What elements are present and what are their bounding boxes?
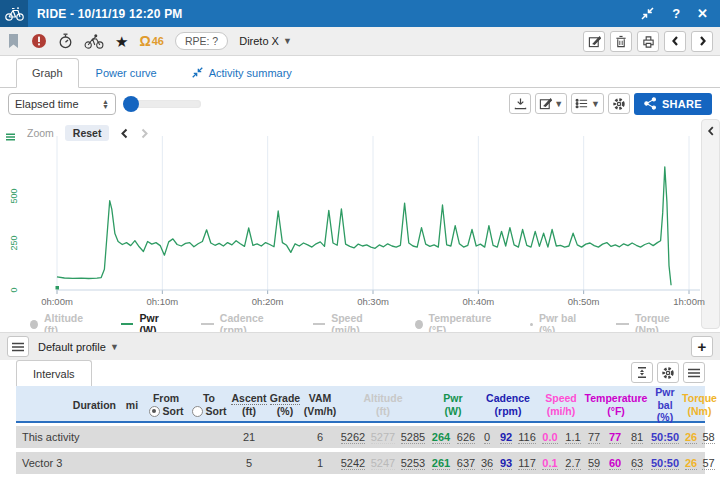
cell-cad-min: 0 xyxy=(484,431,490,444)
col-from: From Sort xyxy=(144,392,188,417)
cell-tq-max: 57 xyxy=(702,457,714,470)
star-icon[interactable]: ★ xyxy=(115,34,128,49)
tab-intervals[interactable]: Intervals xyxy=(16,360,92,386)
row-label: Vector 3 xyxy=(16,457,120,469)
intervals-table-header: Duration mi From Sort To Sort Ascent(ft)… xyxy=(16,386,705,423)
dot-marker-icon xyxy=(30,320,38,329)
col-torque[interactable]: Torque(Nm) xyxy=(682,392,717,417)
table-row-vector-3[interactable]: Vector 3 5 1 5242 5247 5253 261 637 36 9… xyxy=(16,452,705,474)
chevron-down-icon: ▼ xyxy=(283,36,292,46)
x-axis-select[interactable]: Elapsed time ▲▼ xyxy=(8,93,116,115)
alert-icon[interactable] xyxy=(31,33,47,49)
col-grade[interactable]: Grade(%) xyxy=(268,392,302,418)
cell-cad-max: 117 xyxy=(518,457,536,470)
cell-alt-min: 5262 xyxy=(341,431,365,444)
tab-activity-summary[interactable]: Activity summary xyxy=(191,66,292,87)
previous-activity-button[interactable] xyxy=(664,31,686,52)
view-tabs: Graph Power curve Activity summary xyxy=(0,56,720,88)
table-menu-button[interactable] xyxy=(683,362,705,383)
next-activity-button[interactable] xyxy=(691,31,713,52)
power-chart-panel: Zoom Reset 0250500 0h:00m0h:10m0h:20m0h:… xyxy=(0,118,720,332)
tab-graph[interactable]: Graph xyxy=(16,58,79,88)
cell-pwr-max: 626 xyxy=(457,431,475,444)
table-settings-button[interactable] xyxy=(657,362,679,383)
data-series-dropdown[interactable]: ▼ xyxy=(571,93,604,114)
chart-settings-button[interactable] xyxy=(608,93,630,114)
cell-pwr-bal: 50:50 xyxy=(651,457,679,470)
achievements-badge[interactable]: Ω 46 xyxy=(139,34,163,48)
chevron-down-icon: ▼ xyxy=(591,99,600,109)
power-line-chart[interactable] xyxy=(0,124,700,296)
download-button[interactable] xyxy=(509,93,531,114)
col-altitude[interactable]: Altitude(ft) xyxy=(338,392,428,417)
cell-tq-avg: 26 xyxy=(685,431,697,444)
smoothing-slider[interactable] xyxy=(125,100,201,108)
device-selector[interactable]: Direto X ▼ xyxy=(239,35,292,47)
x-axis-select-value: Elapsed time xyxy=(15,98,79,110)
tab-power-curve[interactable]: Power curve xyxy=(96,67,157,87)
col-to: To Sort xyxy=(188,392,230,417)
cell-cad-avg: 92 xyxy=(500,431,512,444)
cell-spd-avg: 0.1 xyxy=(542,457,557,470)
table-row-this-activity[interactable]: This activity 21 6 5262 5277 5285 264 62… xyxy=(16,426,705,448)
profile-bar: Default profile ▼ + xyxy=(0,332,720,360)
delete-activity-button[interactable] xyxy=(610,31,632,52)
bookmark-icon[interactable] xyxy=(7,33,20,49)
col-cadence[interactable]: Cadence(rpm) xyxy=(478,392,538,417)
edit-chart-dropdown[interactable]: ▼ xyxy=(535,93,567,114)
cyclist-icon[interactable] xyxy=(84,34,104,49)
cell-pwr-max: 637 xyxy=(457,457,475,470)
x-tick-label: 0h:10m xyxy=(140,296,184,307)
cell-tq-avg: 26 xyxy=(685,457,697,470)
col-mi[interactable]: mi xyxy=(120,399,144,412)
x-tick-label: 0h:00m xyxy=(35,296,79,307)
col-pwr-bal[interactable]: Pwr bal(%) xyxy=(648,386,682,424)
close-button[interactable]: ✕ xyxy=(697,6,708,21)
x-tick-label: 0h:50m xyxy=(562,296,606,307)
activity-toolbar: ★ Ω 46 RPE: ? Direto X ▼ xyxy=(0,27,720,56)
from-sort-radio[interactable] xyxy=(149,406,160,417)
col-duration[interactable]: Duration xyxy=(16,399,120,412)
slider-handle[interactable] xyxy=(123,96,139,112)
col-ascent[interactable]: Ascent(ft) xyxy=(230,392,268,418)
collapse-window-icon[interactable] xyxy=(640,6,655,21)
collapse-arrows-icon xyxy=(191,66,204,79)
tab-power-curve-label: Power curve xyxy=(96,67,157,79)
cell-ascent: 21 xyxy=(230,431,268,443)
window-title: RIDE - 10/11/19 12:20 PM xyxy=(37,7,183,21)
rpe-badge[interactable]: RPE: ? xyxy=(175,32,228,50)
cell-alt-max: 5253 xyxy=(401,457,425,470)
add-panel-button[interactable]: + xyxy=(691,336,713,357)
achievement-count: 46 xyxy=(152,35,164,47)
help-button[interactable]: ? xyxy=(672,6,680,21)
row-label: This activity xyxy=(16,431,120,443)
chart-x-axis: 0h:00m0h:10m0h:20m0h:30m0h:40m0h:50m1h:0… xyxy=(0,296,700,309)
dot-marker-icon xyxy=(415,320,423,329)
edit-activity-button[interactable] xyxy=(583,31,605,52)
tab-activity-summary-label: Activity summary xyxy=(209,67,292,79)
profile-selector[interactable]: Default profile ▼ xyxy=(38,341,119,353)
line-marker-icon xyxy=(201,323,214,325)
x-tick-label: 0h:30m xyxy=(351,296,395,307)
col-temperature[interactable]: Temperature(°F) xyxy=(584,392,648,417)
cell-vam: 1 xyxy=(302,457,338,469)
profile-menu-button[interactable] xyxy=(7,336,29,357)
y-tick-label: 250 xyxy=(4,233,24,253)
fit-rows-button[interactable] xyxy=(631,362,653,383)
cell-cad-avg: 93 xyxy=(500,457,512,470)
print-button[interactable] xyxy=(637,31,659,52)
profile-name: Default profile xyxy=(38,341,106,353)
col-vam[interactable]: VAM(Vm/h) xyxy=(302,392,338,417)
chart-controls: Elapsed time ▲▼ ▼ ▼ xyxy=(0,89,720,118)
col-speed[interactable]: Speed(mi/h) xyxy=(538,392,584,417)
to-sort-radio[interactable] xyxy=(192,406,203,417)
cell-pwr-avg: 264 xyxy=(432,431,450,444)
ride-bicycle-icon xyxy=(0,0,28,27)
cell-vam: 6 xyxy=(302,431,338,443)
cell-tmp-min: 77 xyxy=(588,431,600,444)
dot-marker-icon xyxy=(530,323,533,326)
stopwatch-icon[interactable] xyxy=(58,33,73,49)
col-pwr[interactable]: Pwr(W) xyxy=(428,392,478,417)
share-button[interactable]: SHARE xyxy=(634,93,712,115)
intervals-panel: Intervals Duration mi From Sort To Sort xyxy=(0,360,720,488)
